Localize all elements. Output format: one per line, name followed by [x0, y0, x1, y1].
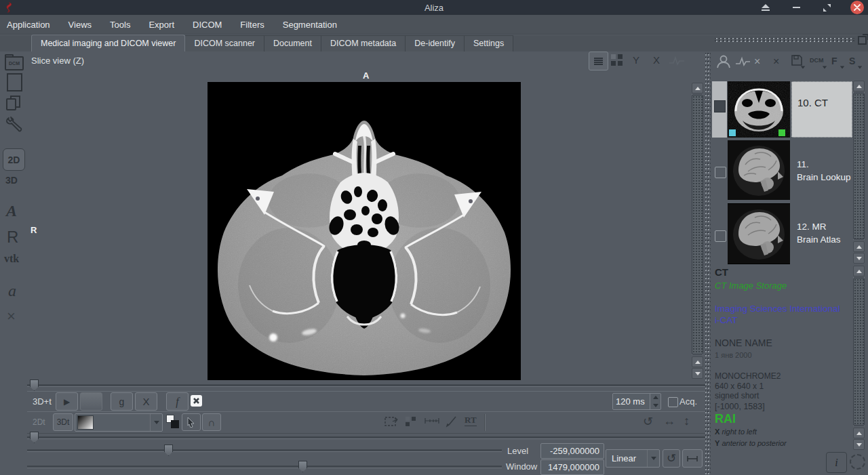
- close-button[interactable]: [850, 1, 864, 14]
- menu-views[interactable]: Views: [68, 20, 92, 30]
- window-input[interactable]: [540, 459, 604, 475]
- vertical-splitter[interactable]: [705, 51, 711, 475]
- invert-lut-button[interactable]: [166, 415, 181, 430]
- tab-settings[interactable]: Settings: [465, 35, 513, 51]
- reset-window-level-button[interactable]: ↺: [663, 449, 680, 468]
- time-slider-track[interactable]: [27, 384, 705, 387]
- close-view-button[interactable]: ×: [7, 308, 16, 325]
- dock-drag-handle[interactable]: [713, 38, 854, 43]
- info-scrollbar-thumb[interactable]: [853, 278, 865, 426]
- series-scrollbar-thumb[interactable]: [853, 93, 865, 239]
- tools-button[interactable]: [4, 116, 22, 134]
- flip-vertical-button[interactable]: ↕: [684, 414, 690, 428]
- tab-medical-imaging-viewer[interactable]: Medical imaging and DICOM viewer: [31, 35, 185, 51]
- menu-segmentation[interactable]: Segmentation: [283, 20, 337, 30]
- slice-scrollbar-thumb[interactable]: [692, 95, 703, 354]
- stop-button[interactable]: [80, 392, 102, 411]
- series-scroll-up-button[interactable]: [853, 81, 865, 91]
- rectangle-tool-button[interactable]: [7, 73, 22, 91]
- text-annotation-button[interactable]: a: [8, 282, 16, 300]
- grid-view-layout-button[interactable]: [611, 54, 623, 66]
- menu-application[interactable]: Application: [7, 20, 50, 30]
- series-12-thumbnail[interactable]: [728, 203, 790, 264]
- open-dicom-folder-button[interactable]: DCM: [5, 56, 24, 70]
- mode-3d-button[interactable]: 3D: [5, 175, 18, 186]
- single-view-layout-button[interactable]: [589, 51, 608, 70]
- remove-frame-button[interactable]: X: [135, 392, 157, 411]
- menu-dicom[interactable]: DICOM: [193, 20, 222, 30]
- save-menu-button[interactable]: [791, 54, 803, 66]
- info-scroll-up2-button[interactable]: [853, 428, 865, 438]
- interval-input[interactable]: [613, 394, 650, 409]
- series-11-label[interactable]: 11. Brain Lookup: [797, 158, 851, 184]
- remove-selected-button[interactable]: ×: [754, 56, 760, 68]
- mode-2d-button[interactable]: 2D: [3, 148, 25, 171]
- series-10-label[interactable]: 10. CT: [791, 81, 852, 138]
- remove-all-button[interactable]: ×: [773, 56, 779, 68]
- intersect-tool-button[interactable]: ∩: [202, 413, 221, 431]
- cursor-tool-button[interactable]: [182, 413, 201, 431]
- tab-dicom-metadata[interactable]: DICOM metadata: [321, 35, 406, 51]
- tile-tool-button[interactable]: [404, 415, 418, 428]
- reset-view-button[interactable]: ↺: [643, 414, 653, 429]
- mode-3dt-button[interactable]: 3Dt: [53, 413, 73, 431]
- series-11-checkbox[interactable]: [715, 167, 726, 178]
- dcm-export-menu-button[interactable]: DCM: [810, 57, 824, 64]
- duplicate-button[interactable]: [5, 94, 22, 112]
- frame-function-button[interactable]: f: [166, 392, 189, 411]
- filters-menu-button[interactable]: F: [831, 56, 837, 66]
- slice-step-up-button[interactable]: [692, 356, 703, 367]
- series-12-checkbox[interactable]: [715, 230, 726, 242]
- slice-canvas[interactable]: [208, 82, 521, 380]
- maximize-button[interactable]: [820, 1, 833, 14]
- menu-tools[interactable]: Tools: [110, 20, 130, 30]
- interval-down-button[interactable]: [650, 402, 660, 410]
- level-slider-track[interactable]: [27, 449, 502, 452]
- zoom-slider-handle[interactable]: [30, 432, 39, 443]
- tab-document[interactable]: Document: [264, 35, 321, 51]
- fraktur-a-annotation-button[interactable]: A: [6, 202, 17, 220]
- level-slider-handle[interactable]: [164, 445, 173, 456]
- rt-structures-button[interactable]: RT: [465, 415, 477, 426]
- series-12-label[interactable]: 12. MR Brain Atlas: [797, 220, 841, 246]
- vtk-button[interactable]: vtk: [4, 253, 19, 265]
- view-x-button[interactable]: X: [653, 54, 660, 66]
- interval-up-button[interactable]: [650, 394, 660, 402]
- window-slider-handle[interactable]: [298, 461, 307, 472]
- series-scroll-up2-button[interactable]: [853, 241, 865, 252]
- goto-frame-button[interactable]: g: [111, 392, 133, 411]
- close-all-frames-button[interactable]: [191, 395, 202, 407]
- zoom-slider-track[interactable]: [27, 436, 705, 439]
- draw-tool-button[interactable]: [445, 415, 458, 428]
- level-input[interactable]: [540, 443, 604, 459]
- minimize-button[interactable]: [789, 1, 803, 14]
- view-y-button[interactable]: Y: [633, 54, 639, 66]
- flip-horizontal-button[interactable]: ↔: [663, 414, 675, 428]
- series-10-checkbox[interactable]: [714, 100, 726, 112]
- histogram-button[interactable]: [669, 56, 685, 66]
- menu-filters[interactable]: Filters: [240, 20, 264, 30]
- selection-frame-tool-button[interactable]: [384, 415, 399, 428]
- info-scroll-up-button[interactable]: [853, 266, 865, 276]
- segmentation-menu-button[interactable]: S: [849, 56, 855, 66]
- letter-r-button[interactable]: R: [7, 228, 18, 247]
- series-scroll-down-button[interactable]: [853, 253, 865, 264]
- distance-measure-tool-button[interactable]: [424, 415, 440, 426]
- tab-dicom-scanner[interactable]: DICOM scanner: [185, 35, 264, 51]
- lut-function-combobox[interactable]: Linear: [606, 449, 660, 468]
- menu-export[interactable]: Export: [149, 20, 174, 30]
- anonymize-button[interactable]: [716, 54, 731, 68]
- window-slider-track[interactable]: [27, 466, 502, 468]
- series-11-thumbnail[interactable]: [728, 140, 790, 200]
- play-button[interactable]: ▶: [56, 392, 78, 411]
- series-histogram-button[interactable]: [735, 56, 751, 66]
- eject-button[interactable]: [759, 1, 772, 14]
- tab-de-identify[interactable]: De-identify: [406, 35, 465, 51]
- time-slider-handle[interactable]: [30, 379, 39, 391]
- acq-checkbox[interactable]: [668, 397, 678, 407]
- lut-gradient-combobox[interactable]: [75, 413, 163, 432]
- dock-float-icon[interactable]: [858, 36, 867, 45]
- show-metadata-button[interactable]: i: [826, 452, 847, 473]
- full-range-button[interactable]: [682, 449, 703, 468]
- slice-scroll-up-button[interactable]: [692, 83, 703, 94]
